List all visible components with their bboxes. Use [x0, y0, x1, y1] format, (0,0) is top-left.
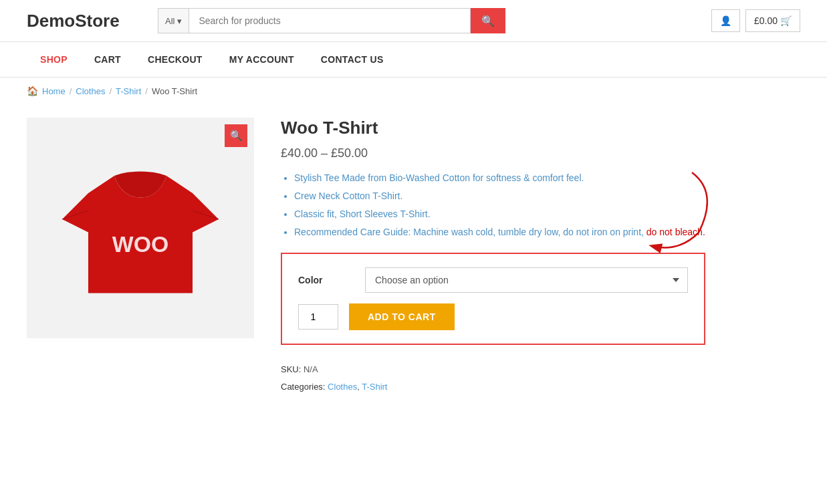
nav-checkout[interactable]: CHECKOUT — [134, 42, 216, 77]
nav-cart[interactable]: CART — [81, 42, 134, 77]
color-label: Color — [298, 275, 365, 285]
product-description: Stylish Tee Made from Bio-Washed Cotton … — [281, 171, 705, 239]
product-meta: SKU: N/A Categories: Clothes, T-Shirt — [281, 361, 705, 396]
search-bar: All 🔍 — [158, 8, 505, 33]
nav-contact-us[interactable]: CONTACT US — [308, 42, 397, 77]
product-image-wrap: 🔍 WOO — [27, 118, 254, 338]
categories-label: Categories: — [281, 382, 325, 392]
svg-text:WOO: WOO — [112, 231, 168, 257]
product-image: WOO — [53, 134, 227, 322]
home-icon: 🏠 — [27, 86, 38, 96]
quantity-input[interactable] — [298, 304, 338, 330]
product-title: Woo T-Shirt — [281, 118, 705, 138]
cart-row: ADD TO CART — [298, 303, 688, 330]
desc-item-2: Crew Neck Cotton T-Shirt. — [294, 189, 705, 203]
categories-row: Categories: Clothes, T-Shirt — [281, 378, 705, 396]
account-button[interactable]: 👤 — [711, 9, 740, 32]
search-button[interactable]: 🔍 — [471, 8, 505, 33]
breadcrumb-sep-3: / — [145, 86, 148, 96]
header-icons: 👤 £0.00 🛒 — [711, 9, 800, 32]
sku-row: SKU: N/A — [281, 361, 705, 378]
product-details: Woo T-Shirt £40.00 – £50.00 Stylish Tee … — [281, 118, 705, 396]
desc-item-1: Stylish Tee Made from Bio-Washed Cotton … — [294, 171, 705, 185]
sku-label: SKU: — [281, 364, 301, 374]
cart-icon: 🛒 — [780, 15, 792, 26]
color-select[interactable]: Choose an option Red Blue Black — [365, 267, 688, 293]
site-header: DemoStore All 🔍 👤 £0.00 🛒 — [0, 0, 827, 42]
main-nav: SHOP CART CHECKOUT MY ACCOUNT CONTACT US — [0, 42, 827, 78]
product-details-wrapper: Woo T-Shirt £40.00 – £50.00 Stylish Tee … — [281, 118, 705, 396]
category-clothes[interactable]: Clothes — [328, 382, 357, 392]
search-input[interactable] — [189, 8, 471, 33]
category-tshirt[interactable]: T-Shirt — [362, 382, 387, 392]
breadcrumb-sep-2: / — [109, 86, 112, 96]
nav-shop[interactable]: SHOP — [27, 42, 81, 77]
breadcrumb-home[interactable]: Home — [42, 86, 66, 96]
desc-item-3: Classic fit, Short Sleeves T-Shirt. — [294, 207, 705, 221]
variation-box: Color Choose an option Red Blue Black AD… — [281, 253, 705, 345]
cart-amount: £0.00 — [754, 15, 778, 26]
breadcrumb-current: Woo T-Shirt — [152, 86, 197, 96]
breadcrumb-sep-1: / — [70, 86, 72, 96]
breadcrumb: 🏠 Home / Clothes / T-Shirt / Woo T-Shirt — [0, 78, 827, 104]
desc-item-4: Recommended Care Guide: Machine wash col… — [294, 225, 705, 239]
site-logo: DemoStore — [27, 11, 147, 31]
account-icon: 👤 — [720, 15, 731, 26]
add-to-cart-button[interactable]: ADD TO CART — [349, 303, 455, 330]
product-price: £40.00 – £50.00 — [281, 146, 705, 160]
nav-my-account[interactable]: MY ACCOUNT — [216, 42, 308, 77]
breadcrumb-tshirt[interactable]: T-Shirt — [116, 86, 141, 96]
color-variation-row: Color Choose an option Red Blue Black — [298, 267, 688, 293]
breadcrumb-clothes[interactable]: Clothes — [76, 86, 105, 96]
search-category-dropdown[interactable]: All — [158, 8, 189, 33]
cart-button[interactable]: £0.00 🛒 — [745, 9, 800, 32]
sku-value: N/A — [304, 364, 318, 374]
zoom-button[interactable]: 🔍 — [225, 124, 247, 147]
product-container: 🔍 WOO Woo T-Shirt £40.00 – £50.00 Stylis… — [0, 104, 802, 422]
